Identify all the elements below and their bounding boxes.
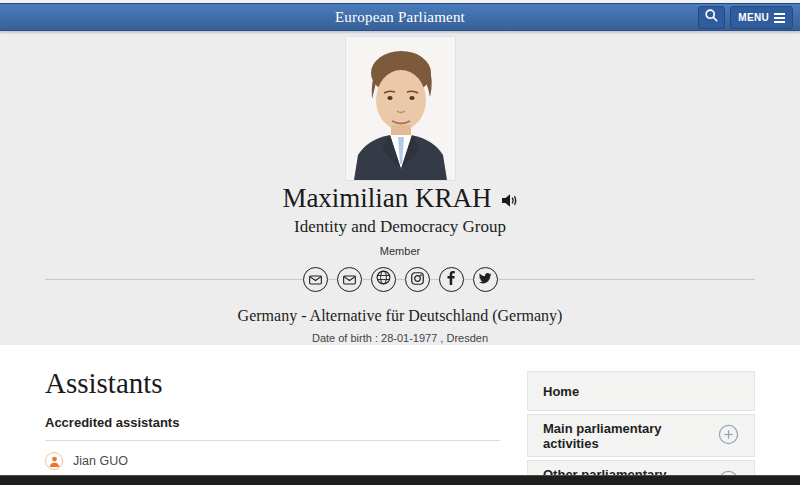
political-group: Identity and Democracy Group bbox=[0, 217, 800, 237]
hamburger-icon bbox=[774, 13, 785, 23]
search-button[interactable] bbox=[698, 6, 725, 29]
sidebar-item-home[interactable]: Home bbox=[527, 371, 755, 411]
globe-icon bbox=[376, 270, 391, 289]
bottom-dark-bar bbox=[0, 475, 800, 485]
instagram-icon bbox=[411, 271, 424, 289]
menu-label: MENU bbox=[738, 12, 769, 23]
member-name-row: Maximilian KRAH bbox=[0, 184, 800, 212]
country-party: Germany - Alternative für Deutschland (G… bbox=[0, 306, 800, 325]
profile-section: Maximilian KRAH Identity and Democracy G… bbox=[0, 31, 800, 345]
assistant-name: Jian GUO bbox=[73, 454, 128, 468]
sidebar-item-label: Main parliamentary activities bbox=[543, 421, 718, 451]
social-link-twitter[interactable] bbox=[473, 267, 498, 292]
expand-plus-icon[interactable] bbox=[718, 424, 739, 448]
social-links-row bbox=[0, 267, 800, 293]
facebook-icon bbox=[447, 271, 455, 289]
member-name: Maximilian KRAH bbox=[282, 184, 491, 212]
social-link-instagram[interactable] bbox=[405, 267, 430, 292]
speaker-icon[interactable] bbox=[501, 193, 518, 208]
assistant-row: Jian GUO bbox=[45, 452, 500, 470]
accredited-subtitle: Accredited assistants bbox=[45, 415, 500, 441]
social-link-email-2[interactable] bbox=[337, 267, 362, 292]
envelope-icon bbox=[343, 271, 356, 289]
main-area: Assistants Accredited assistants Jian GU… bbox=[0, 345, 800, 485]
twitter-icon bbox=[478, 271, 492, 289]
assistants-section: Assistants Accredited assistants Jian GU… bbox=[45, 345, 500, 485]
app-header: European Parliament MENU bbox=[0, 3, 800, 31]
date-of-birth: Date of birth : 28-01-1977 , Dresden bbox=[0, 332, 800, 345]
assistants-title: Assistants bbox=[45, 367, 500, 400]
social-link-email-1[interactable] bbox=[303, 267, 328, 292]
header-buttons: MENU bbox=[698, 6, 793, 29]
search-icon bbox=[704, 8, 719, 27]
envelope-icon bbox=[309, 271, 322, 289]
person-icon bbox=[45, 452, 63, 470]
menu-button[interactable]: MENU bbox=[730, 6, 793, 29]
sidebar-item-label: Home bbox=[543, 384, 579, 399]
social-link-facebook[interactable] bbox=[439, 267, 464, 292]
member-portrait-photo bbox=[346, 37, 455, 180]
sidebar-item-main-parliamentary-activities[interactable]: Main parliamentary activities bbox=[527, 414, 755, 457]
page-title: European Parliament bbox=[335, 9, 465, 26]
sidebar: Home Main parliamentary activities Other… bbox=[527, 371, 755, 485]
social-link-website[interactable] bbox=[371, 267, 396, 292]
member-role: Member bbox=[0, 245, 800, 258]
